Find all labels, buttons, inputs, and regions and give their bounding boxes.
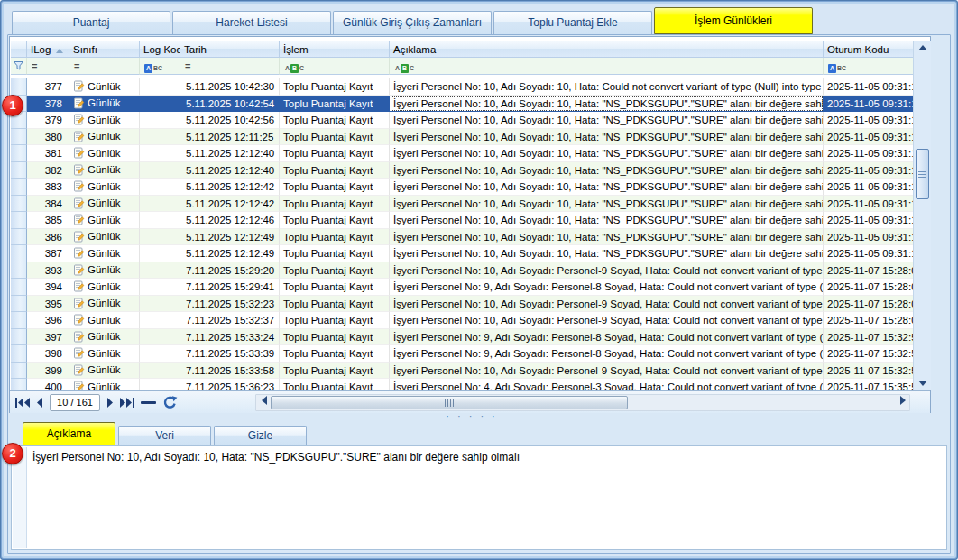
- table-row[interactable]: 378Günlük5.11.2025 10:42:54Toplu Puantaj…: [11, 96, 914, 113]
- column-header-islem[interactable]: İşlem: [280, 41, 390, 58]
- cell-logkodu[interactable]: [140, 262, 180, 280]
- cell-ilog[interactable]: 384: [27, 196, 69, 213]
- cell-logkodu[interactable]: [140, 312, 180, 329]
- cell-aciklama[interactable]: İşyeri Personel No: 9, Adı Soyadı: Perso…: [390, 329, 824, 346]
- cell-oturum[interactable]: 2025-11-07 15:32:5: [824, 363, 914, 380]
- table-row[interactable]: 381Günlük5.11.2025 12:12:40Toplu Puantaj…: [11, 145, 914, 162]
- main-tab-puantaj[interactable]: Puantaj: [12, 11, 170, 34]
- cell-oturum[interactable]: 2025-11-05 09:31:1: [824, 78, 914, 96]
- first-page-button[interactable]: [15, 398, 30, 408]
- main-tab-hareket-listesi[interactable]: Hareket Listesi: [172, 11, 331, 34]
- cell-sinifi[interactable]: Günlük: [69, 162, 140, 179]
- cell-oturum[interactable]: 2025-11-07 15:28:0: [824, 312, 914, 329]
- cell-tarih[interactable]: 5.11.2025 12:12:46: [180, 212, 280, 229]
- cell-tarih[interactable]: 5.11.2025 12:12:42: [180, 179, 280, 196]
- cell-oturum[interactable]: 2025-11-05 09:31:1: [824, 179, 914, 196]
- cell-ilog[interactable]: 379: [27, 112, 69, 129]
- table-row[interactable]: 395Günlük7.11.2025 15:32:23Toplu Puantaj…: [11, 296, 914, 313]
- cell-sinifi[interactable]: Günlük: [69, 363, 140, 380]
- cell-tarih[interactable]: 7.11.2025 15:33:58: [180, 363, 280, 380]
- cell-islem[interactable]: Toplu Puantaj Kayıt: [280, 179, 390, 196]
- cell-logkodu[interactable]: [140, 212, 180, 229]
- main-tab-islem-gunlukleri[interactable]: İşlem Günlükleri: [654, 7, 813, 34]
- cell-tarih[interactable]: 5.11.2025 12:12:49: [180, 229, 280, 246]
- cell-aciklama[interactable]: İşyeri Personel No: 10, Adı Soyadı: 10, …: [390, 96, 824, 113]
- cell-tarih[interactable]: 5.11.2025 10:42:54: [180, 96, 280, 113]
- cell-islem[interactable]: Toplu Puantaj Kayıt: [280, 129, 390, 146]
- cell-ilog[interactable]: 398: [27, 345, 69, 363]
- cell-islem[interactable]: Toplu Puantaj Kayıt: [280, 162, 390, 179]
- table-row[interactable]: 400Günlük7.11.2025 15:36:23Toplu Puantaj…: [11, 379, 914, 390]
- cell-tarih[interactable]: 7.11.2025 15:33:39: [180, 345, 280, 363]
- cell-sinifi[interactable]: Günlük: [69, 296, 140, 313]
- filter-cell-ilog[interactable]: =: [27, 58, 69, 75]
- table-row[interactable]: 387Günlük5.11.2025 12:12:49Toplu Puantaj…: [11, 245, 914, 262]
- cell-aciklama[interactable]: İşyeri Personel No: 10, Adı Soyadı: 10, …: [390, 162, 824, 179]
- minus-icon[interactable]: [141, 401, 156, 404]
- cell-logkodu[interactable]: [140, 296, 180, 313]
- cell-logkodu[interactable]: [140, 229, 180, 246]
- cell-ilog[interactable]: 383: [27, 179, 69, 196]
- cell-tarih[interactable]: 7.11.2025 15:33:24: [180, 329, 280, 346]
- table-row[interactable]: 379Günlük5.11.2025 10:42:56Toplu Puantaj…: [11, 112, 914, 129]
- scroll-right-icon[interactable]: [898, 395, 908, 405]
- cell-ilog[interactable]: 393: [27, 262, 69, 280]
- refresh-icon[interactable]: [162, 396, 178, 409]
- cell-islem[interactable]: Toplu Puantaj Kayıt: [280, 262, 390, 280]
- detail-tab-gizle[interactable]: Gizle: [214, 426, 307, 445]
- table-row[interactable]: 397Günlük7.11.2025 15:33:24Toplu Puantaj…: [11, 329, 914, 346]
- table-row[interactable]: 380Günlük5.11.2025 12:11:25Toplu Puantaj…: [11, 129, 914, 146]
- cell-ilog[interactable]: 399: [27, 363, 69, 380]
- cell-oturum[interactable]: 2025-11-07 15:28:0: [824, 296, 914, 313]
- filter-cell-tarih[interactable]: =: [180, 58, 280, 75]
- cell-sinifi[interactable]: Günlük: [69, 145, 140, 162]
- horizontal-scrollbar[interactable]: [255, 394, 910, 411]
- cell-aciklama[interactable]: İşyeri Personel No: 9, Adı Soyadı: Perso…: [390, 345, 824, 363]
- cell-oturum[interactable]: 2025-11-05 09:31:1: [824, 196, 914, 213]
- cell-sinifi[interactable]: Günlük: [69, 329, 140, 346]
- cell-logkodu[interactable]: [140, 379, 180, 390]
- cell-logkodu[interactable]: [140, 329, 180, 346]
- cell-sinifi[interactable]: Günlük: [69, 245, 140, 262]
- cell-oturum[interactable]: 2025-11-07 15:28:0: [824, 279, 914, 296]
- cell-aciklama[interactable]: İşyeri Personel No: 9, Adı Soyadı: Perso…: [390, 279, 824, 296]
- cell-aciklama[interactable]: İşyeri Personel No: 10, Adı Soyadı: 10, …: [390, 129, 824, 146]
- cell-tarih[interactable]: 5.11.2025 12:12:42: [180, 196, 280, 213]
- cell-oturum[interactable]: 2025-11-05 09:31:1: [824, 96, 914, 113]
- table-row[interactable]: 385Günlük5.11.2025 12:12:46Toplu Puantaj…: [11, 212, 914, 229]
- cell-islem[interactable]: Toplu Puantaj Kayıt: [280, 229, 390, 246]
- table-row[interactable]: 386Günlük5.11.2025 12:12:49Toplu Puantaj…: [11, 229, 914, 246]
- cell-logkodu[interactable]: [140, 279, 180, 296]
- cell-aciklama[interactable]: İşyeri Personel No: 10, Adı Soyadı: 10, …: [390, 112, 824, 129]
- vertical-scroll-thumb[interactable]: [916, 149, 929, 199]
- table-row[interactable]: 382Günlük5.11.2025 12:12:40Toplu Puantaj…: [11, 162, 914, 179]
- cell-oturum[interactable]: 2025-11-05 09:31:1: [824, 112, 914, 129]
- cell-logkodu[interactable]: [140, 129, 180, 146]
- cell-islem[interactable]: Toplu Puantaj Kayıt: [280, 379, 390, 390]
- main-tab-toplu-puantaj-ekle[interactable]: Toplu Puantaj Ekle: [493, 11, 652, 34]
- cell-ilog[interactable]: 385: [27, 212, 69, 229]
- cell-sinifi[interactable]: Günlük: [69, 78, 140, 96]
- cell-aciklama[interactable]: İşyeri Personel No: 10, Adı Soyadı: Pers…: [390, 262, 824, 280]
- cell-oturum[interactable]: 2025-11-07 15:28:0: [824, 262, 914, 280]
- last-page-button[interactable]: [120, 398, 134, 408]
- cell-sinifi[interactable]: Günlük: [69, 179, 140, 196]
- column-header-aciklama[interactable]: Açıklama: [390, 41, 824, 58]
- cell-oturum[interactable]: 2025-11-05 09:31:1: [824, 145, 914, 162]
- table-row[interactable]: 398Günlük7.11.2025 15:33:39Toplu Puantaj…: [11, 345, 914, 363]
- cell-logkodu[interactable]: [140, 245, 180, 262]
- cell-islem[interactable]: Toplu Puantaj Kayıt: [280, 112, 390, 129]
- cell-aciklama[interactable]: İşyeri Personel No: 10, Adı Soyadı: 10, …: [390, 196, 824, 213]
- cell-aciklama[interactable]: İşyeri Personel No: 10, Adı Soyadı: Pers…: [390, 296, 824, 313]
- cell-logkodu[interactable]: [140, 196, 180, 213]
- cell-islem[interactable]: Toplu Puantaj Kayıt: [280, 296, 390, 313]
- table-row[interactable]: 377Günlük5.11.2025 10:42:30Toplu Puantaj…: [11, 78, 914, 96]
- cell-aciklama[interactable]: İşyeri Personel No: 10, Adı Soyadı: Pers…: [390, 363, 824, 380]
- cell-ilog[interactable]: 381: [27, 145, 69, 162]
- filter-cell-sinifi[interactable]: =: [69, 58, 140, 75]
- cell-sinifi[interactable]: Günlük: [69, 379, 140, 390]
- cell-tarih[interactable]: 7.11.2025 15:32:37: [180, 312, 280, 329]
- cell-logkodu[interactable]: [140, 145, 180, 162]
- cell-aciklama[interactable]: İşyeri Personel No: 10, Adı Soyadı: Pers…: [390, 312, 824, 329]
- cell-ilog[interactable]: 378: [27, 96, 69, 113]
